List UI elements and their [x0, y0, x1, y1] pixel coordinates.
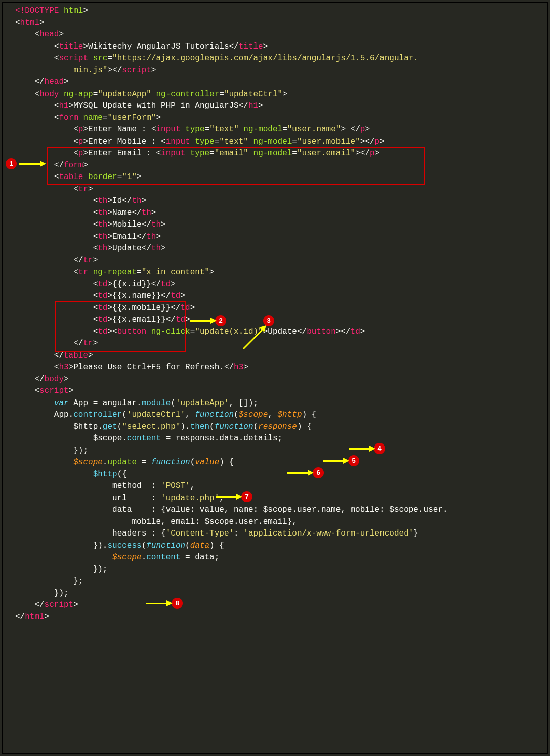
- annotation-badge-2: 2: [215, 315, 226, 326]
- arrow-icon: [349, 448, 370, 450]
- arrow-head-icon: [166, 600, 173, 606]
- svg-line-0: [243, 330, 262, 349]
- annotation-badge-4: 4: [374, 443, 385, 454]
- annotation-badge-7: 7: [241, 491, 252, 502]
- annotation-badge-3: 3: [263, 315, 274, 326]
- arrow-head-icon: [40, 161, 46, 167]
- code-block: <!DOCTYPE html> <html> <head> <title>Wik…: [5, 5, 545, 623]
- arrow-head-icon: [236, 494, 242, 500]
- arrow-icon: [216, 496, 237, 498]
- annotation-badge-8: 8: [172, 598, 183, 609]
- arrow-head-icon: [308, 470, 314, 476]
- arrow-head-icon: [369, 446, 375, 452]
- arrow-icon: [241, 325, 267, 351]
- arrow-head-icon: [343, 458, 349, 464]
- annotation-badge-5: 5: [348, 455, 359, 466]
- arrow-icon: [323, 460, 344, 462]
- arrow-head-icon: [210, 318, 217, 324]
- annotation-badge-1: 1: [6, 158, 17, 169]
- annotation-badge-6: 6: [313, 467, 324, 478]
- arrow-icon: [19, 163, 41, 165]
- arrow-icon: [287, 472, 309, 474]
- code-editor-panel: <!DOCTYPE html> <html> <head> <title>Wik…: [2, 2, 548, 754]
- arrow-icon: [190, 320, 211, 322]
- arrow-icon: [146, 603, 167, 604]
- doctype: <!DOCTYPE: [15, 6, 59, 15]
